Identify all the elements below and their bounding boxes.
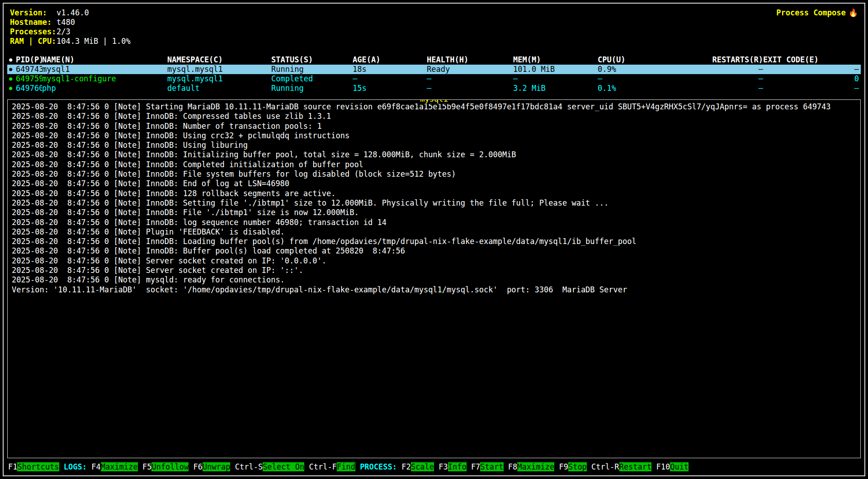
process-age: 18s	[353, 65, 427, 74]
process-exit-code: 0	[763, 74, 859, 84]
shortcut-label: Quit	[670, 462, 689, 471]
process-row-mysql1[interactable]: ●649743mysql1mysql.mysql1Running18sReady…	[7, 65, 861, 74]
process-pid: 649743	[16, 65, 42, 74]
shortcut-f10[interactable]: F10Quit	[656, 462, 689, 471]
process-cpu: 0.9%	[598, 65, 712, 74]
log-line: 2025-08-20 8:47:56 0 [Note] InnoDB: Numb…	[12, 122, 856, 131]
column-header-health: HEALTH(H)	[427, 55, 513, 65]
shortcut-f6[interactable]: F6Unwrap	[193, 462, 231, 471]
process-table-header: ●PID(P)NAME(N)NAMESPACE(C)STATUS(S)AGE(A…	[7, 55, 861, 65]
shortcut-key: F10	[656, 462, 670, 471]
shortcut-label: Unfollow	[151, 462, 189, 471]
header-field: Version:v1.46.0	[10, 8, 131, 18]
footer-shortcut-bar: F1Shortcuts LOGS: F4Maximize F5Unfollow …	[7, 460, 861, 473]
log-line: 2025-08-20 8:47:56 0 [Note] mysqld: read…	[12, 275, 856, 285]
column-header-pid: PID(P)	[16, 55, 42, 65]
shortcut-key: Ctrl-S	[235, 462, 263, 471]
shortcut-label: Shortcuts	[17, 462, 59, 471]
shortcut-f3[interactable]: F3Info	[439, 462, 466, 471]
log-line: 2025-08-20 8:47:56 0 [Note] InnoDB: File…	[12, 169, 856, 179]
shortcut-f8[interactable]: F8Maximize	[508, 462, 554, 471]
header-field-value: v1.46.0	[57, 8, 89, 17]
shortcut-key: F2	[401, 462, 410, 471]
shortcut-label: Start	[480, 462, 503, 471]
log-line: 2025-08-20 8:47:56 0 [Note] Server socke…	[12, 256, 856, 266]
log-line: 2025-08-20 8:47:56 0 [Note] Server socke…	[12, 266, 856, 275]
process-name: mysql1-configure	[42, 74, 167, 84]
log-line: Version: '10.11.11-MariaDB' socket: '/ho…	[12, 285, 856, 295]
header-fields: Version:v1.46.0Hostname:t480Processes:2/…	[10, 8, 131, 46]
shortcut-key: F7	[471, 462, 480, 471]
shortcut-label: Find	[337, 462, 355, 471]
process-status: Running	[271, 65, 353, 74]
column-header-status: STATUS(S)	[271, 55, 353, 65]
log-line: 2025-08-20 8:47:56 0 [Note] InnoDB: Init…	[12, 150, 856, 160]
shortcut-label: Select On	[263, 462, 304, 471]
header-field-label: Version:	[10, 8, 57, 18]
shortcut-ctrl-s[interactable]: Ctrl-SSelect On	[235, 462, 305, 471]
shortcut-ctrl-r[interactable]: Ctrl-RRestart	[591, 462, 651, 471]
process-pid: 649760	[16, 84, 42, 93]
shortcut-label: Unwrap	[203, 462, 230, 471]
shortcut-f4[interactable]: F4Maximize	[91, 462, 137, 471]
column-header-mem: MEM(M)	[513, 55, 598, 65]
status-dot-icon: ●	[9, 74, 16, 84]
process-cpu: 0.1%	[598, 84, 712, 93]
shortcut-label: Maximize	[517, 462, 554, 471]
shortcut-label: Info	[448, 462, 467, 471]
log-line: 2025-08-20 8:47:56 0 [Note] InnoDB: End …	[12, 179, 856, 188]
log-panel[interactable]: mysql1 2025-08-20 8:47:56 0 [Note] Start…	[7, 99, 861, 458]
shortcut-key: F9	[559, 462, 568, 471]
log-lines: 2025-08-20 8:47:56 0 [Note] Starting Mar…	[12, 102, 856, 295]
log-line: 2025-08-20 8:47:56 0 [Note] InnoDB: File…	[12, 208, 856, 217]
footer-section-process: PROCESS:	[360, 462, 397, 471]
shortcut-ctrl-f[interactable]: Ctrl-FFind	[309, 462, 355, 471]
log-line: 2025-08-20 8:47:56 0 [Note] InnoDB: 128 …	[12, 189, 856, 198]
process-health: –	[427, 74, 513, 84]
process-name: mysql1	[42, 65, 167, 74]
shortcut-key: Ctrl-F	[309, 462, 337, 471]
header-field: RAM | CPU:104.3 MiB | 1.0%	[10, 37, 131, 46]
process-mem: 101.0 MiB	[513, 65, 598, 74]
header-field: Hostname:t480	[10, 18, 131, 27]
header-field-value: 104.3 MiB | 1.0%	[57, 37, 131, 46]
shortcut-key: F1	[8, 462, 17, 471]
footer-section-logs: LOGS:	[64, 462, 87, 471]
shortcut-key: F3	[439, 462, 448, 471]
log-line: 2025-08-20 8:47:56 0 [Note] InnoDB: Usin…	[12, 141, 856, 150]
process-status: Running	[271, 84, 353, 93]
shortcut-key: F8	[508, 462, 517, 471]
header: Version:v1.46.0Hostname:t480Processes:2/…	[7, 6, 861, 46]
log-line: 2025-08-20 8:47:56 0 [Note] InnoDB: Sett…	[12, 198, 856, 208]
shortcut-key: F4	[91, 462, 100, 471]
log-line: 2025-08-20 8:47:56 0 [Note] InnoDB: Comp…	[12, 160, 856, 169]
process-exit-code: –	[763, 65, 859, 74]
log-line: 2025-08-20 8:47:56 0 [Note] InnoDB: Comp…	[12, 112, 856, 121]
process-namespace: default	[167, 84, 271, 93]
shortcut-key: Ctrl-R	[591, 462, 619, 471]
shortcut-label: Maximize	[101, 462, 138, 471]
process-name: php	[42, 84, 167, 93]
process-mem: 3.2 MiB	[513, 84, 598, 93]
process-row-mysql1-configure[interactable]: ●649759mysql1-configuremysql.mysql1Compl…	[7, 74, 861, 84]
process-restarts: –	[712, 84, 763, 93]
process-pid: 649759	[16, 74, 42, 84]
shortcut-f7[interactable]: F7Start	[471, 462, 504, 471]
header-field: Processes:2/3	[10, 27, 131, 37]
shortcut-f2[interactable]: F2Scale	[401, 462, 434, 471]
process-health: –	[427, 84, 513, 93]
log-line: 2025-08-20 8:47:56 0 [Note] InnoDB: log …	[12, 218, 856, 227]
app-title: Process Compose🔥	[776, 8, 858, 18]
shortcut-f5[interactable]: F5Unfollow	[142, 462, 189, 471]
shortcut-f1[interactable]: F1Shortcuts	[8, 462, 59, 471]
process-restarts: –	[712, 65, 763, 74]
header-field-label: RAM | CPU:	[10, 37, 57, 46]
column-header-age: AGE(A)	[353, 55, 427, 65]
shortcut-f9[interactable]: F9Stop	[559, 462, 586, 471]
process-status: Completed	[271, 74, 353, 84]
process-row-php[interactable]: ●649760phpdefaultRunning15s–3.2 MiB0.1%–…	[7, 84, 861, 93]
log-line: 2025-08-20 8:47:56 0 [Note] InnoDB: Buff…	[12, 246, 856, 256]
shortcut-key: F6	[193, 462, 203, 471]
shortcut-label: Stop	[568, 462, 587, 471]
fire-icon: 🔥	[849, 8, 858, 17]
